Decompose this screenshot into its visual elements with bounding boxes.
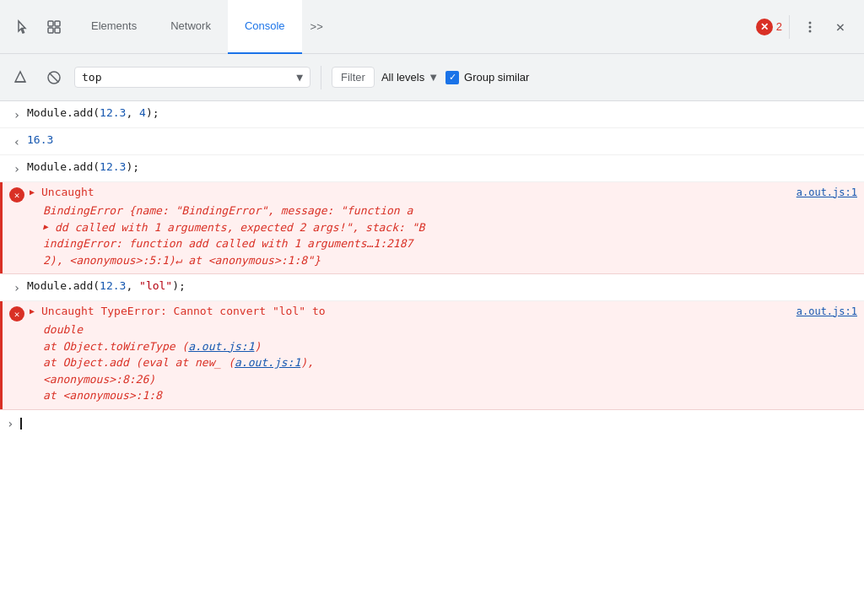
group-similar-toggle[interactable]: ✓ Group similar [446, 71, 529, 84]
row-prompt-icon-3: › [7, 279, 27, 297]
console-toolbar: top ▼ Filter All levels ▼ ✓ Group simila… [0, 54, 864, 101]
error-link-3[interactable]: a.out.js:1 [188, 340, 254, 353]
cursor [20, 418, 22, 430]
error-link-1[interactable]: a.out.js:1 [796, 186, 857, 198]
console-row-1: › Module.add(12.3, 4); [0, 101, 864, 128]
error-block-2: ✕ ▶ Uncaught TypeError: Cannot convert "… [0, 301, 864, 410]
error-detail-1: BindingError {name: "BindingError", mess… [9, 203, 857, 268]
console-result-1: 16.3 [27, 132, 857, 149]
tab-bar: Elements Network Console >> ✕ 2 × [0, 0, 864, 54]
svg-rect-2 [48, 28, 53, 33]
error-line-2: ✕ ▶ Uncaught TypeError: Cannot convert "… [9, 305, 857, 322]
close-devtools-icon[interactable]: × [827, 14, 854, 41]
console-row-2: ‹ 16.3 [0, 128, 864, 155]
error-link-4[interactable]: a.out.js:1 [235, 356, 300, 369]
console-row-4: › Module.add(12.3, "lol"); [0, 274, 864, 301]
console-command-2: Module.add(12.3); [27, 159, 857, 176]
levels-chevron-icon: ▼ [428, 71, 439, 84]
error-detail-2: double at Object.toWireType (a.out.js:1)… [9, 322, 857, 404]
block-icon[interactable] [40, 64, 68, 91]
error-count: 2 [776, 20, 782, 33]
svg-point-5 [809, 25, 812, 28]
row-prompt-icon: › [7, 106, 27, 124]
filter-input[interactable]: Filter [332, 67, 375, 88]
context-value: top [82, 71, 289, 84]
levels-label: All levels [381, 71, 424, 84]
error-link-2[interactable]: a.out.js:1 [796, 305, 857, 317]
separator [789, 15, 790, 39]
clear-console-button[interactable] [7, 64, 34, 91]
svg-rect-0 [48, 21, 53, 26]
error-block-2-inner: ✕ ▶ Uncaught TypeError: Cannot convert "… [0, 301, 864, 409]
console-command-1: Module.add(12.3, 4); [27, 105, 857, 122]
error-badge[interactable]: ✕ 2 [756, 19, 782, 35]
tab-elements[interactable]: Elements [74, 0, 154, 54]
svg-rect-1 [55, 21, 60, 26]
cursor-icon[interactable] [10, 14, 37, 41]
error-icon-1: ✕ [9, 187, 24, 203]
tab-more[interactable]: >> [302, 0, 332, 54]
expand-triangle-1[interactable]: ▶ [30, 187, 35, 197]
error-title-1: Uncaught [41, 186, 94, 198]
error-icon-circle: ✕ [756, 19, 773, 35]
levels-selector[interactable]: All levels ▼ [381, 71, 439, 84]
error-line-1: ✕ ▶ Uncaught a.out.js:1 [9, 186, 857, 203]
console-output: › Module.add(12.3, 4); ‹ 16.3 › Module.a… [0, 101, 864, 616]
svg-line-10 [50, 73, 59, 82]
toolbar-separator [321, 66, 321, 89]
row-result-icon: ‹ [7, 133, 27, 151]
tab-right-controls: ✕ 2 × [756, 14, 861, 41]
svg-point-4 [809, 21, 812, 24]
error-block-1: ✕ ▶ Uncaught a.out.js:1 BindingError {na… [0, 182, 864, 274]
context-selector[interactable]: top ▼ [74, 67, 310, 88]
svg-marker-7 [15, 72, 25, 82]
error-icon-2: ✕ [9, 306, 24, 322]
console-command-3: Module.add(12.3, "lol"); [27, 278, 857, 294]
inspect-icon[interactable] [40, 14, 68, 41]
tab-network[interactable]: Network [154, 0, 228, 54]
console-prompt-row[interactable]: › [0, 410, 864, 437]
tab-console[interactable]: Console [228, 0, 302, 54]
console-row-3: › Module.add(12.3); [0, 155, 864, 182]
row-prompt-icon-2: › [7, 160, 27, 178]
expand-triangle-2[interactable]: ▶ [30, 306, 35, 316]
prompt-chevron-icon: › [7, 417, 14, 430]
more-options-icon[interactable] [796, 14, 824, 41]
devtools-icons [3, 14, 74, 41]
svg-rect-3 [55, 28, 60, 33]
context-chevron-icon: ▼ [296, 71, 303, 84]
filter-label: Filter [341, 71, 365, 84]
error-title-2: Uncaught TypeError: Cannot convert "lol"… [41, 305, 326, 317]
error-block-1-inner: ✕ ▶ Uncaught a.out.js:1 BindingError {na… [0, 182, 864, 273]
group-similar-checkbox[interactable]: ✓ [446, 71, 459, 84]
svg-point-6 [809, 30, 812, 32]
group-similar-label: Group similar [464, 71, 529, 84]
